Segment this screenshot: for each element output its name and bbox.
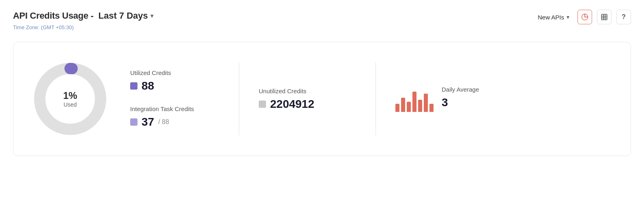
bar-3 <box>407 102 411 112</box>
pie-chart-icon <box>581 13 588 21</box>
daily-info: Daily Average 3 <box>442 86 479 109</box>
donut-used-label: Used <box>63 101 77 108</box>
table-icon <box>601 13 608 21</box>
utilized-color-square <box>130 82 137 90</box>
daily-average-value: 3 <box>442 96 479 109</box>
mini-bar-chart <box>395 88 434 112</box>
page-title-prefix: API Credits Usage - <box>13 11 93 21</box>
daily-average-label: Daily Average <box>442 86 479 93</box>
integration-task-value: 37 <box>142 116 154 129</box>
divider-2 <box>376 62 376 135</box>
table-view-button[interactable] <box>597 10 612 24</box>
donut-label: 1% Used <box>63 90 77 108</box>
chart-view-button[interactable] <box>577 10 592 24</box>
bar-4 <box>412 92 416 112</box>
header-left: API Credits Usage - Last 7 Days ▾ Time Z… <box>13 10 155 30</box>
new-apis-label: New APIs <box>538 14 564 21</box>
bar-7 <box>429 104 434 112</box>
integration-task-sub: / 88 <box>158 118 169 126</box>
unutilized-credits-item: Unutilized Credits 2204912 <box>259 88 356 111</box>
new-apis-chevron-icon: ▾ <box>567 14 569 20</box>
integration-task-label: Integration Task Credits <box>130 105 219 112</box>
integration-task-credits-item: Integration Task Credits 37 / 88 <box>130 105 219 129</box>
donut-chart: 1% Used <box>30 58 111 139</box>
new-apis-dropdown[interactable]: New APIs ▾ <box>535 12 573 22</box>
unutilized-section: Unutilized Credits 2204912 <box>259 88 356 111</box>
help-icon: ? <box>622 13 626 21</box>
utilized-credits-value: 88 <box>142 79 154 92</box>
donut-percent: 1% <box>63 90 77 101</box>
page-header: API Credits Usage - Last 7 Days ▾ Time Z… <box>13 10 631 30</box>
header-right: New APIs ▾ ? <box>535 10 631 24</box>
time-range-label: Last 7 Days <box>98 11 148 21</box>
donut-section: 1% Used <box>30 58 130 139</box>
utilized-credits-label: Utilized Credits <box>130 69 219 76</box>
bar-6 <box>424 94 428 112</box>
unutilized-value-row: 2204912 <box>259 98 356 111</box>
unutilized-label: Unutilized Credits <box>259 88 356 94</box>
divider-1 <box>239 62 239 135</box>
unutilized-value: 2204912 <box>270 98 314 111</box>
bar-5 <box>418 100 422 112</box>
help-button[interactable]: ? <box>616 10 631 24</box>
daily-average-section: Daily Average 3 <box>395 86 479 112</box>
utilized-credits-value-row: 88 <box>130 79 219 92</box>
bar-1 <box>395 104 399 112</box>
integration-task-value-row: 37 / 88 <box>130 116 219 129</box>
time-range-dropdown[interactable]: Last 7 Days ▾ <box>97 10 155 22</box>
unutilized-color-square <box>259 101 266 108</box>
main-card: 1% Used Utilized Credits 88 Integration … <box>13 42 631 156</box>
chevron-down-icon: ▾ <box>150 13 153 19</box>
bar-2 <box>401 98 405 112</box>
title-row: API Credits Usage - Last 7 Days ▾ <box>13 10 155 22</box>
integration-color-square <box>130 118 137 126</box>
stats-section: Utilized Credits 88 Integration Task Cre… <box>130 69 219 129</box>
utilized-credits-item: Utilized Credits 88 <box>130 69 219 92</box>
timezone-label: Time Zone: (GMT +05:30) <box>13 24 155 30</box>
svg-rect-0 <box>601 14 607 20</box>
